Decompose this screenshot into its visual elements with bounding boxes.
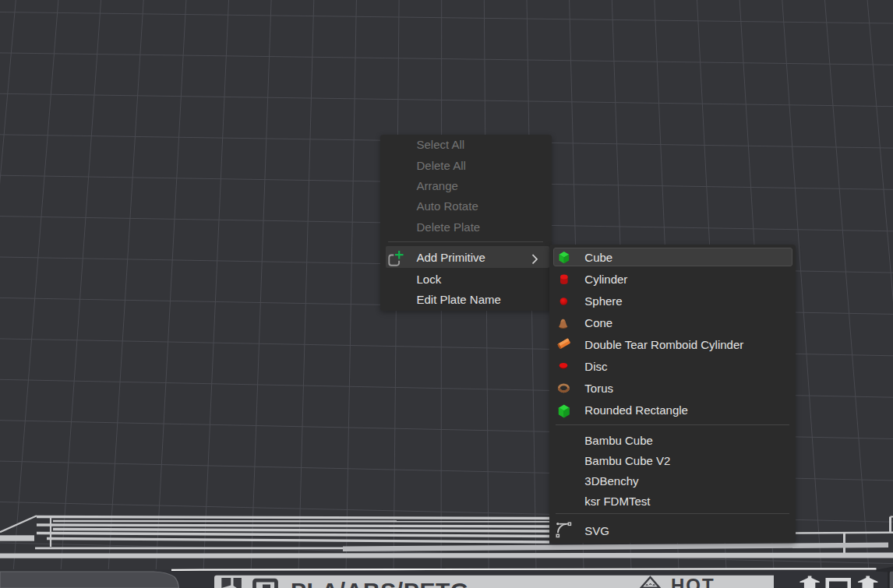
svg-text:PLA/ABS/PETG: PLA/ABS/PETG bbox=[291, 578, 469, 588]
svg-text:HOT: HOT bbox=[671, 575, 715, 588]
